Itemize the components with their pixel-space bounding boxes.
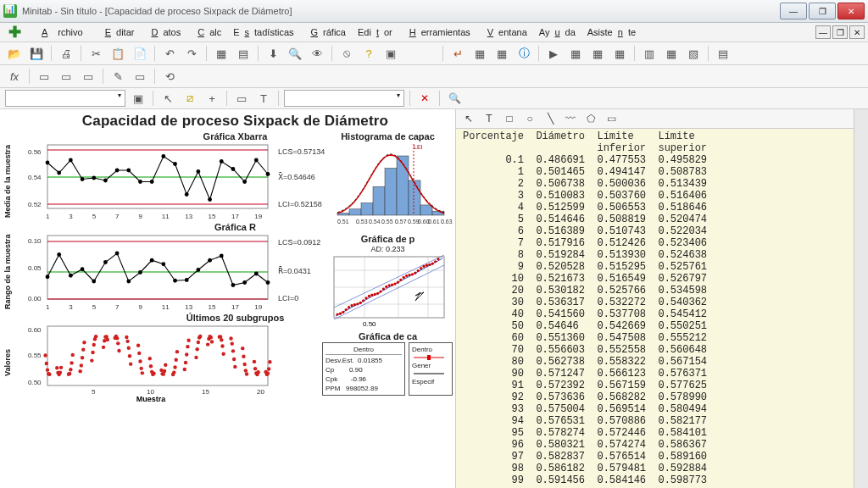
f7-icon[interactable]: ⟲	[160, 67, 179, 86]
svg-point-244	[428, 263, 431, 266]
svg-point-20	[231, 167, 236, 171]
menu-ventana[interactable]: Ventana	[477, 25, 532, 39]
tb-c-icon[interactable]: ⓘ	[515, 44, 533, 63]
maximize-button[interactable]: ❐	[809, 3, 836, 19]
tb-i-icon[interactable]: ▦	[662, 44, 681, 63]
mdi-close[interactable]: ✕	[849, 25, 865, 39]
tb-d-icon[interactable]: ▶	[544, 44, 563, 63]
brush-icon[interactable]: ⧄	[181, 89, 199, 108]
svg-point-225	[374, 293, 376, 296]
help-icon[interactable]: ?	[359, 44, 378, 63]
tb-g-icon[interactable]: ▦	[610, 44, 629, 63]
cut-icon[interactable]: ✂	[86, 44, 105, 63]
tb-b-icon[interactable]: ▦	[492, 44, 511, 63]
zoom-icon[interactable]: 🔍	[445, 89, 464, 108]
menu-ayuda[interactable]: Ayuda	[534, 25, 581, 39]
menu-datos[interactable]: Datos	[141, 25, 186, 39]
menu-editar[interactable]: Editar	[95, 25, 140, 39]
sub-ylabel: Valores	[3, 324, 12, 402]
marker-icon[interactable]: ▭	[604, 112, 619, 125]
arrowdown-icon[interactable]: ⬇	[264, 44, 282, 63]
paste-icon[interactable]: 📄	[131, 44, 149, 63]
cancel-icon[interactable]: ⦸	[337, 44, 356, 63]
svg-point-161	[242, 354, 245, 358]
form-b-icon[interactable]: T	[254, 89, 273, 108]
f4-icon[interactable]: ▭	[79, 67, 97, 86]
last20-chart[interactable]: 0.600.550.50 5101520 Muestra	[24, 324, 278, 402]
menu-calc[interactable]: Calc	[187, 25, 226, 39]
text-icon[interactable]: T	[481, 112, 497, 125]
svg-point-153	[220, 344, 224, 347]
hist-chart[interactable]: 0.510.530.540.550.570.590.600.610.63 LEI	[322, 142, 449, 227]
rect-icon[interactable]: □	[502, 112, 517, 125]
f5-icon[interactable]: ✎	[108, 67, 127, 86]
polyline-icon[interactable]: 〰	[563, 112, 578, 125]
menu-editor[interactable]: Editor	[353, 25, 398, 39]
manage-icon[interactable]: ▣	[381, 44, 400, 63]
findnext-icon[interactable]: 👁	[308, 44, 326, 63]
svg-point-84	[59, 366, 63, 369]
clear-icon[interactable]: ✕	[415, 89, 434, 108]
svg-point-245	[431, 263, 434, 265]
menu-asistente[interactable]: Asistente	[582, 25, 641, 39]
window-titlebar: Minitab - Sin título - [Capacidad de pro…	[0, 0, 868, 23]
svg-point-75	[43, 353, 47, 357]
menu-grafica[interactable]: Gráfica	[301, 25, 351, 39]
menu-estadisticas[interactable]: Estadísticas	[228, 25, 298, 39]
tb-h-icon[interactable]: ▥	[640, 44, 659, 63]
mdi-restore[interactable]: ❐	[832, 25, 848, 39]
tb-e-icon[interactable]: ▦	[566, 44, 585, 63]
minimize-button[interactable]: —	[780, 3, 807, 19]
polygon-icon[interactable]: ⬠	[583, 112, 598, 125]
line-icon[interactable]: ╲	[542, 112, 558, 125]
menu-herramientas[interactable]: Herramientas	[399, 25, 476, 39]
tb-a-icon[interactable]: ▦	[470, 44, 489, 63]
session-icon[interactable]: ▦	[212, 44, 231, 63]
plus-icon[interactable]: ✚	[3, 21, 26, 43]
last-dialog-icon[interactable]: ↵	[448, 44, 467, 63]
circle-icon[interactable]: ○	[522, 112, 537, 125]
svg-point-58	[242, 280, 247, 285]
svg-point-116	[137, 352, 141, 355]
variable2-combo[interactable]	[284, 90, 404, 107]
prob-chart[interactable]: 0.50	[322, 253, 449, 328]
menu-archivo[interactable]: Archivo	[31, 25, 93, 39]
sel-icon[interactable]: ↖	[461, 112, 476, 125]
find-icon[interactable]: 🔍	[286, 44, 304, 63]
f2-icon[interactable]: ▭	[35, 67, 53, 86]
svg-point-145	[206, 342, 209, 346]
xbar-chart[interactable]: 0.560.540.52 135791113151719	[24, 142, 278, 220]
svg-point-240	[417, 269, 420, 272]
svg-rect-186	[385, 168, 397, 215]
percentile-table[interactable]: Porcentaje Diámetro Límite Límite inferi…	[456, 129, 854, 488]
tb-f-icon[interactable]: ▦	[588, 44, 607, 63]
redo-icon[interactable]: ↷	[182, 44, 201, 63]
svg-point-236	[405, 274, 408, 277]
pointer-icon[interactable]: ↖	[159, 89, 177, 108]
copy-icon[interactable]: 📋	[108, 44, 127, 63]
form-a-icon[interactable]: ▭	[232, 89, 251, 108]
tb-k-icon[interactable]: ▤	[714, 44, 732, 63]
svg-point-238	[411, 273, 414, 275]
save-icon[interactable]: 💾	[27, 44, 46, 63]
print-icon[interactable]: 🖨	[57, 44, 75, 63]
f6-icon[interactable]: ▭	[131, 67, 149, 86]
scrollbar[interactable]	[854, 109, 868, 488]
svg-text:7: 7	[115, 213, 120, 220]
worksheet-icon[interactable]: ▤	[234, 44, 253, 63]
tb-j-icon[interactable]: ▧	[684, 44, 703, 63]
fx-icon[interactable]: fx	[5, 67, 24, 86]
undo-icon[interactable]: ↶	[160, 44, 179, 63]
svg-point-142	[197, 341, 200, 344]
crosshair-icon[interactable]: +	[203, 89, 221, 108]
close-button[interactable]: ✕	[837, 3, 865, 19]
svg-text:0.51: 0.51	[337, 219, 349, 225]
r-chart[interactable]: 0.100.050.00 135791113151719	[24, 233, 278, 311]
f3-icon[interactable]: ▭	[57, 67, 75, 86]
svg-text:0.05: 0.05	[28, 264, 42, 272]
svg-point-12	[138, 180, 142, 184]
open-icon[interactable]: 📂	[5, 44, 24, 63]
mdi-minimize[interactable]: —	[815, 25, 831, 39]
combo-go-icon[interactable]: ▣	[129, 89, 147, 108]
variable-combo[interactable]	[5, 90, 125, 107]
